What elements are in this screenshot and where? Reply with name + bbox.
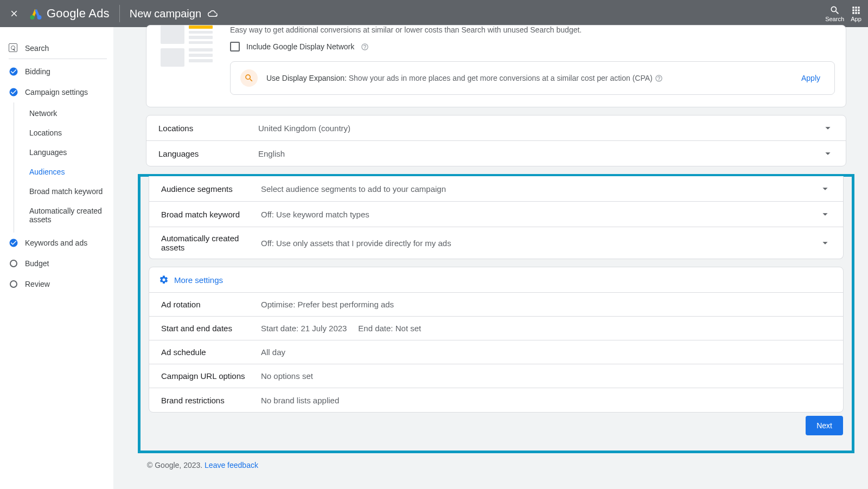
header-divider [119,5,120,22]
brand-logo: Google Ads [29,7,110,21]
nav-divider [9,59,107,59]
chevron-down-icon [819,183,831,195]
copyright-text: © Google, 2023. [147,461,202,469]
brand-restrictions-row[interactable]: Brand restrictions No brand lists applie… [149,388,843,412]
row-label: Broad match keyword [161,210,261,219]
start-end-dates-row[interactable]: Start and end dates Start date: 21 July … [149,317,843,340]
network-description: Easy way to get additional conversions a… [230,25,835,34]
nav-step-keywords-ads[interactable]: Keywords and ads [9,233,107,253]
auto-assets-row[interactable]: Automatically created assets Off: Use on… [149,227,843,259]
search-icon [829,5,840,16]
header-search-button[interactable]: Search [825,5,844,22]
nav-step-label: Search [25,44,49,53]
row-label: Ad rotation [161,300,261,309]
highlighted-settings-region: Audience segments Select audience segmen… [138,174,854,453]
row-label: Locations [158,124,258,133]
nav-step-review[interactable]: Review [9,274,107,294]
nav-sub-network[interactable]: Network [14,104,107,123]
nav-sub-broad-match[interactable]: Broad match keyword [14,182,107,201]
nav-step-label: Review [25,280,50,288]
nav-step-campaign-settings[interactable]: Campaign settings [9,82,107,102]
row-value: Off: Use keyword match types [261,210,819,219]
broad-match-row[interactable]: Broad match keyword Off: Use keyword mat… [149,201,843,227]
tip-text: Use Display Expansion: Show your ads in … [266,73,788,84]
display-expansion-tip: Use Display Expansion: Show your ads in … [230,61,835,95]
chevron-down-icon [822,122,834,134]
chevron-down-icon [819,237,831,249]
row-value: English [258,149,822,158]
row-label: Languages [158,149,258,158]
app-header: Google Ads New campaign Search App [0,0,868,27]
nav-step-label: Bidding [25,67,50,76]
nav-step-label: Budget [25,259,49,268]
nav-step-bidding[interactable]: Bidding [9,61,107,82]
settings-summary-card-2: Audience segments Select audience segmen… [149,176,844,259]
header-apps-label: App [851,16,861,22]
nav-sub-languages[interactable]: Languages [14,143,107,162]
row-label: Brand restrictions [161,396,261,405]
display-network-thumbnail [161,25,218,69]
help-icon[interactable] [655,74,663,82]
chevron-down-icon [822,147,834,159]
nav-step-search[interactable]: Search [9,38,107,59]
check-circle-icon [9,67,18,76]
languages-row[interactable]: Languages English [146,140,846,166]
header-search-label: Search [825,16,844,22]
ad-rotation-row[interactable]: Ad rotation Optimise: Prefer best perfor… [149,293,843,317]
help-icon[interactable] [361,43,369,51]
row-value: No brand lists applied [261,396,831,405]
more-settings-card: More settings Ad rotation Optimise: Pref… [149,267,844,413]
tip-body: Show your ads in more places and get mor… [349,74,653,82]
gear-icon [159,275,169,285]
circle-icon [10,280,17,288]
row-value: United Kingdom (country) [258,124,822,133]
leave-feedback-link[interactable]: Leave feedback [205,461,258,469]
network-card: Easy way to get additional conversions a… [146,25,846,107]
cloud-save-icon [208,9,218,18]
nav-sub-audiences[interactable]: Audiences [14,162,107,182]
check-circle-icon [9,238,18,248]
include-display-network-checkbox[interactable]: Include Google Display Network [230,42,835,52]
apps-icon [851,5,861,16]
brand-text: Google Ads [47,7,110,21]
nav-step-label: Keywords and ads [25,239,87,247]
next-button[interactable]: Next [806,416,843,435]
more-settings-toggle[interactable]: More settings [149,267,843,293]
google-ads-logo-icon [29,7,42,20]
sidebar-nav: Search Bidding Campaign settings Network… [0,27,113,489]
row-label: Start and end dates [161,324,261,333]
header-apps-button[interactable]: App [851,5,861,22]
main-content: Easy way to get additional conversions a… [113,27,868,489]
magnifier-icon [240,69,258,87]
chevron-down-icon [819,208,831,220]
footer: © Google, 2023. Leave feedback [146,461,846,469]
check-circle-icon [9,87,18,97]
nav-sub-locations[interactable]: Locations [14,123,107,143]
ad-schedule-row[interactable]: Ad schedule All day [149,340,843,364]
row-label: Audience segments [161,184,261,194]
more-settings-label: More settings [174,275,223,285]
campaign-url-options-row[interactable]: Campaign URL options No options set [149,364,843,388]
checkbox-icon [230,42,240,52]
close-icon[interactable] [8,7,21,20]
nav-sub-auto-assets[interactable]: Automatically created assets [14,201,107,229]
row-label: Ad schedule [161,348,261,357]
search-step-icon [9,43,18,53]
checkbox-label: Include Google Display Network [246,42,354,51]
row-value: Optimise: Prefer best performing ads [261,300,831,309]
svg-point-0 [30,15,35,20]
row-value: Select audience segments to add to your … [261,184,819,194]
nav-step-budget[interactable]: Budget [9,253,107,274]
apply-button[interactable]: Apply [797,72,825,85]
settings-summary-card-1: Locations United Kingdom (country) Langu… [146,115,846,166]
audience-segments-row[interactable]: Audience segments Select audience segmen… [149,176,843,201]
row-label: Campaign URL options [161,371,261,381]
nav-step-label: Campaign settings [25,88,88,96]
row-value: No options set [261,371,831,381]
circle-icon [10,260,17,267]
row-label: Automatically created assets [161,234,261,252]
page-title: New campaign [130,8,201,20]
locations-row[interactable]: Locations United Kingdom (country) [146,115,846,140]
row-value: Start date: 21 July 2023 End date: Not s… [261,324,831,333]
nav-sub-items: Network Locations Languages Audiences Br… [14,102,107,233]
